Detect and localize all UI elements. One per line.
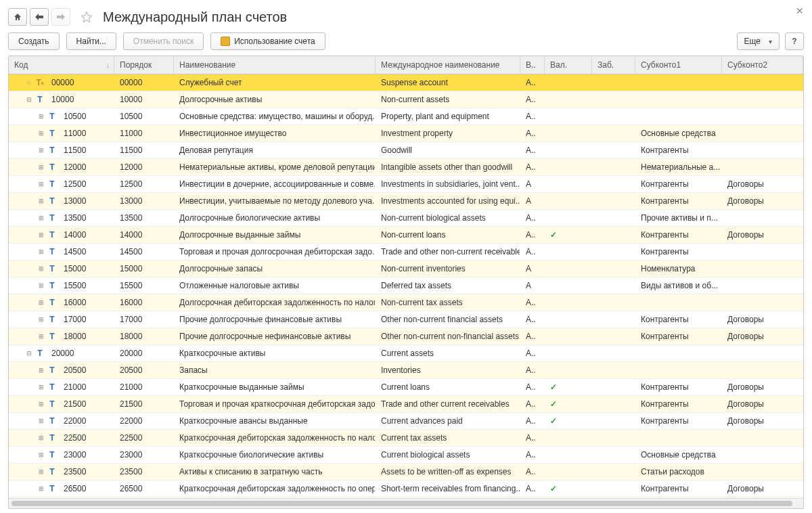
- back-button[interactable]: [30, 8, 49, 26]
- zab-value: [592, 227, 635, 243]
- table-row[interactable]: ⊞T1400014000Долгосрочные выданные займыN…: [9, 227, 803, 244]
- table-row[interactable]: ⊞T1450014500Торговая и прочая долгосрочн…: [9, 244, 803, 261]
- col-sub1[interactable]: Субконто1: [635, 56, 722, 74]
- name-value: Краткосрочные авансы выданные: [174, 413, 376, 429]
- v-value: А..: [520, 227, 545, 243]
- account-type-icon: T: [35, 95, 45, 104]
- order-value: 12500: [114, 176, 174, 192]
- tree-expander[interactable]: ⊞: [37, 367, 45, 374]
- order-value: 17000: [114, 311, 174, 328]
- account-type-icon: T: [47, 180, 57, 188]
- val-value: [545, 261, 592, 277]
- table-row[interactable]: ⊟T1000010000Долгосрочные активыNon-curre…: [9, 91, 803, 108]
- forward-button[interactable]: [51, 8, 70, 26]
- v-value: А: [520, 176, 545, 192]
- col-val[interactable]: Вал.: [545, 56, 592, 74]
- table-row[interactable]: ⊞T1150011500Деловая репутацияGoodwillА..…: [9, 142, 803, 159]
- table-row[interactable]: ⊞T1100011000Инвестиционное имуществоInve…: [9, 125, 803, 142]
- tree-expander[interactable]: ⊞: [37, 215, 45, 222]
- intl-value: Current advances paid: [376, 413, 520, 429]
- table-row[interactable]: ⊞T2200022000Краткосрочные авансы выданны…: [9, 413, 803, 430]
- tree-expander[interactable]: ⊞: [37, 384, 45, 391]
- col-zab[interactable]: Заб.: [592, 56, 635, 74]
- table-row[interactable]: ⊞T2150021500Торговая и прочая краткосроч…: [9, 396, 803, 413]
- table-row[interactable]: ⊞T2300023000Краткосрочные биологические …: [9, 447, 803, 464]
- close-button[interactable]: ✕: [796, 5, 804, 16]
- v-value: А..: [520, 430, 545, 446]
- grid-body[interactable]: ○Tа0000000000Служебный счетSuspense acco…: [9, 74, 803, 498]
- tree-expander[interactable]: ⊞: [37, 434, 45, 442]
- account-type-icon: T: [47, 282, 57, 290]
- table-row[interactable]: ⊞T1700017000Прочие долгосрочные финансов…: [9, 311, 803, 328]
- tree-expander[interactable]: ⊞: [37, 265, 45, 273]
- help-button[interactable]: ?: [785, 32, 804, 50]
- tree-expander[interactable]: ⊞: [37, 248, 45, 256]
- table-row[interactable]: ⊞T1050010500Основные средства: имущество…: [9, 108, 803, 125]
- table-row[interactable]: ⊞T2100021000Краткосрочные выданные займы…: [9, 379, 803, 396]
- col-code[interactable]: Код: [9, 56, 114, 74]
- sub1-value: Контрагенты: [635, 311, 722, 328]
- tree-expander[interactable]: ⊞: [37, 418, 45, 425]
- table-row[interactable]: ⊞T1200012000Нематериальные активы, кроме…: [9, 159, 803, 176]
- table-row[interactable]: ⊞T2250022500Краткосрочная дебиторская за…: [9, 430, 803, 447]
- tree-expander[interactable]: ⊟: [25, 350, 32, 357]
- code-value: 12500: [64, 179, 86, 189]
- tree-expander[interactable]: ○: [25, 79, 32, 87]
- table-row[interactable]: ⊞T1550015500Отложенные налоговые активыD…: [9, 277, 803, 294]
- more-button[interactable]: Еще: [737, 32, 780, 50]
- col-type[interactable]: В..: [520, 56, 545, 74]
- table-row[interactable]: ⊞T2050020500ЗапасыInventoriesА..: [9, 362, 803, 379]
- horizontal-scrollbar[interactable]: [9, 498, 803, 508]
- table-row[interactable]: ⊟T2000020000Краткосрочные активыCurrent …: [9, 345, 803, 362]
- tree-expander[interactable]: ⊞: [37, 164, 45, 171]
- toolbar: Создать Найти... Отменить поиск Использо…: [8, 32, 804, 50]
- tree-expander[interactable]: ⊞: [37, 113, 45, 120]
- sub2-value: [722, 159, 803, 175]
- order-value: 11000: [114, 125, 174, 141]
- tree-expander[interactable]: ⊞: [37, 282, 45, 290]
- find-button[interactable]: Найти...: [66, 32, 116, 50]
- code-value: 20000: [51, 349, 74, 358]
- val-value: [545, 193, 592, 209]
- val-value: [545, 210, 592, 226]
- tree-expander[interactable]: ⊞: [37, 401, 45, 408]
- code-value: 20500: [64, 365, 86, 375]
- tree-expander[interactable]: ⊞: [37, 181, 45, 188]
- order-value: 15500: [114, 277, 174, 294]
- name-value: Торговая и прочая долгосрочная дебиторск…: [174, 244, 376, 260]
- col-order[interactable]: Порядок: [114, 56, 174, 74]
- col-sub2[interactable]: Субконто2: [722, 56, 803, 74]
- col-intl[interactable]: Международное наименование: [376, 56, 520, 74]
- table-row[interactable]: ⊞T1250012500Инвестиции в дочерние, ассоц…: [9, 176, 803, 193]
- tree-expander[interactable]: ⊞: [37, 451, 45, 459]
- tree-expander[interactable]: ⊞: [37, 231, 45, 239]
- val-value: [545, 108, 592, 125]
- table-row[interactable]: ⊞T2350023500Активы к списанию в затратну…: [9, 464, 803, 481]
- zab-value: [592, 108, 635, 125]
- table-row[interactable]: ⊞T1600016000Долгосрочная дебиторская зад…: [9, 294, 803, 311]
- v-value: А..: [520, 379, 545, 395]
- table-row[interactable]: ⊞T1800018000Прочие долгосрочные нефинанс…: [9, 328, 803, 345]
- tree-expander[interactable]: ⊞: [37, 333, 45, 340]
- tree-expander[interactable]: ⊞: [37, 147, 45, 154]
- table-row[interactable]: ⊞T1350013500Долгосрочные биологические а…: [9, 210, 803, 227]
- account-usage-button[interactable]: Использование счета: [210, 32, 325, 50]
- col-name[interactable]: Наименование: [174, 56, 376, 74]
- table-row[interactable]: ○Tа0000000000Служебный счетSuspense acco…: [9, 74, 803, 91]
- scroll-thumb[interactable]: [12, 501, 792, 506]
- tree-expander[interactable]: ⊞: [37, 316, 45, 324]
- order-value: 20500: [114, 362, 174, 378]
- sub1-value: [635, 91, 722, 108]
- tree-expander[interactable]: ⊞: [37, 198, 45, 205]
- tree-expander[interactable]: ⊞: [37, 299, 45, 307]
- tree-expander[interactable]: ⊞: [37, 130, 45, 137]
- tree-expander[interactable]: ⊞: [37, 485, 45, 493]
- table-row[interactable]: ⊞T1300013000Инвестиции, учитываемые по м…: [9, 193, 803, 210]
- tree-expander[interactable]: ⊟: [25, 96, 32, 104]
- home-button[interactable]: [8, 8, 27, 26]
- table-row[interactable]: ⊞T2650026500Краткосрочная дебиторская за…: [9, 481, 803, 497]
- tree-expander[interactable]: ⊞: [37, 468, 45, 476]
- favorite-button[interactable]: [78, 9, 95, 25]
- table-row[interactable]: ⊞T1500015000Долгосрочные запасыNon-curre…: [9, 261, 803, 277]
- create-button[interactable]: Создать: [8, 32, 60, 50]
